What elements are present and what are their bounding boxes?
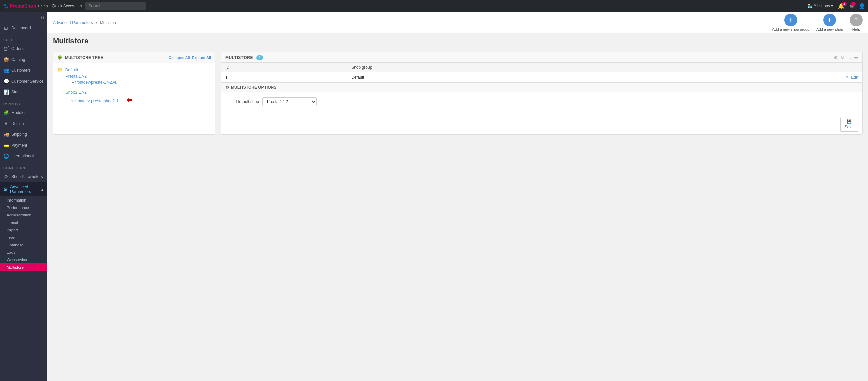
all-shops-chevron: ▾ <box>831 4 833 8</box>
brand-text: PrestaShop <box>10 3 36 9</box>
sidebar-sub-database[interactable]: Database <box>0 241 47 249</box>
user-button[interactable]: 👤 <box>859 3 865 9</box>
sidebar-orders-label: Orders <box>11 46 24 51</box>
brand-name: 🐾 PrestaShop <box>3 3 36 9</box>
breadcrumb-parent[interactable]: Advanced Parameters <box>53 20 93 25</box>
stats-icon: 📊 <box>3 89 9 95</box>
sidebar-sub-performance[interactable]: Performance <box>0 204 47 211</box>
sidebar-item-shop-parameters[interactable]: ⚙ Shop Parameters <box>0 171 47 182</box>
add-shop-group-button[interactable]: + Add a new shop group <box>772 14 809 31</box>
sidebar-item-customer-service[interactable]: 💬 Customer Service <box>0 76 47 87</box>
breadcrumb: Advanced Parameters / Multistore <box>53 20 118 25</box>
multistore-options-title: MULTISTORE OPTIONS <box>231 85 276 90</box>
page-title-bar: Multistore <box>47 33 868 49</box>
row-shop-group: Default <box>347 72 649 82</box>
add-new-shop-icon: + <box>823 14 836 26</box>
more-icon[interactable]: … <box>847 55 851 60</box>
multistore-table-container: ID Shop group 1 Default <box>221 63 862 82</box>
tree-link-group2[interactable]: Shop2 17-2 <box>66 90 87 95</box>
sidebar-item-advanced-parameters[interactable]: ⚙ Advanced Parameters ▲ <box>0 182 47 196</box>
panel-header-icons: ⚙ ↻ … ☰ <box>834 55 858 60</box>
quick-access-chevron[interactable]: ▾ <box>80 4 82 8</box>
sidebar-shipping-label: Shipping <box>11 132 27 137</box>
add-new-shop-button[interactable]: + Add a new shop <box>816 14 843 31</box>
sidebar-dashboard-label: Dashboard <box>11 26 31 30</box>
sidebar-item-international[interactable]: 🌐 International <box>0 151 47 162</box>
quick-access-link[interactable]: Quick Access <box>52 4 76 8</box>
shipping-icon: 🚚 <box>3 132 9 137</box>
sidebar-section-sell: SELL <box>0 34 47 43</box>
notifications-button[interactable]: 🔔 4 <box>838 3 845 9</box>
expand-all-button[interactable]: Expand All <box>192 56 211 60</box>
sidebar-collapse-button[interactable]: ⟨⟨ <box>0 12 47 23</box>
red-arrow-annotation: ⬅ <box>127 96 132 104</box>
save-button[interactable]: 💾 Save <box>840 117 858 132</box>
multistore-options-body: Default shop Presta 17-2 <box>221 92 862 114</box>
sidebar-item-stats[interactable]: 📊 Stats <box>0 87 47 98</box>
list-icon[interactable]: ☰ <box>854 55 858 60</box>
table-header-row: ID Shop group <box>221 63 862 72</box>
sidebar-section-configure: CONFIGURE <box>0 162 47 171</box>
sidebar-item-catalog[interactable]: 📦 Catalog <box>0 54 47 65</box>
customers-icon: 👥 <box>3 68 9 73</box>
sidebar-sub-logs[interactable]: Logs <box>0 249 47 256</box>
tree-link-shop1[interactable]: frontdev-preste-17-2.vi... <box>75 80 120 85</box>
sidebar-item-orders[interactable]: 🛒 Orders <box>0 43 47 54</box>
tree-link-default[interactable]: Default <box>65 68 78 72</box>
tree-level-2b: » frontdev-preste-shop2-1... ⬅ <box>62 95 211 105</box>
dashboard-icon: ⊞ <box>3 25 9 31</box>
sidebar-payment-label: Payment <box>11 143 27 148</box>
sidebar-international-label: International <box>11 154 34 158</box>
tree-item-shop1: » frontdev-preste-17-2.vi... <box>71 79 211 86</box>
sidebar-sub-email[interactable]: E-mail <box>0 219 47 226</box>
tree-icon: 🌳 <box>57 55 62 60</box>
international-icon: 🌐 <box>3 153 9 159</box>
catalog-icon: 📦 <box>3 57 9 62</box>
multistore-tree-title: MULTISTORE TREE <box>65 55 103 60</box>
sidebar: ⟨⟨ ⊞ Dashboard SELL 🛒 Orders 📦 Catalog 👥… <box>0 12 47 381</box>
col-id: ID <box>221 63 347 72</box>
tree-link-shop2[interactable]: frontdev-preste-shop2-1... <box>75 99 122 103</box>
tree-group2-prefix: » <box>62 90 66 95</box>
default-shop-row: Default shop Presta 17-2 <box>225 97 858 106</box>
sidebar-item-dashboard[interactable]: ⊞ Dashboard <box>0 23 47 34</box>
sidebar-sub-team[interactable]: Team <box>0 234 47 241</box>
multistore-tree-header: 🌳 MULTISTORE TREE Collapse All Expand Al… <box>53 52 215 63</box>
help-button[interactable]: ? Help <box>850 14 863 31</box>
collapse-all-button[interactable]: Collapse All <box>169 56 190 60</box>
sidebar-sub-administration[interactable]: Administration <box>0 211 47 219</box>
sidebar-sub-information[interactable]: Information <box>0 196 47 204</box>
panel-row: 🌳 MULTISTORE TREE Collapse All Expand Al… <box>53 52 863 135</box>
default-shop-select[interactable]: Presta 17-2 <box>262 97 317 106</box>
refresh-icon[interactable]: ↻ <box>841 55 844 60</box>
col-actions <box>649 63 862 72</box>
sidebar-item-payment[interactable]: 💳 Payment <box>0 140 47 151</box>
sidebar-catalog-label: Catalog <box>11 57 25 62</box>
sidebar-customer-service-label: Customer Service <box>11 79 43 84</box>
edit-button[interactable]: ✎ Edit <box>846 75 858 80</box>
save-btn-container: 💾 Save <box>221 114 862 134</box>
brand-logo-area: 🐾 PrestaShop 1.7.7.8 <box>3 3 48 9</box>
tree-level-2a: » frontdev-preste-17-2.vi... <box>62 79 211 86</box>
tree-item-group2: » Shop2 17-2 » frontdev-preste-shop2-1..… <box>62 89 211 106</box>
sidebar-item-shipping[interactable]: 🚚 Shipping <box>0 129 47 140</box>
sidebar-item-modules[interactable]: 🧩 Modules <box>0 107 47 118</box>
sidebar-sub-import[interactable]: Import <box>0 226 47 234</box>
sidebar-advanced-parameters-label: Advanced Parameters <box>10 185 38 194</box>
sidebar-sub-multistore[interactable]: Multistore <box>0 263 47 271</box>
search-input[interactable] <box>85 2 146 10</box>
sidebar-design-label: Design <box>11 121 24 126</box>
notifications-badge: 4 <box>842 2 847 6</box>
help-icon: ? <box>850 14 863 26</box>
sidebar-item-customers[interactable]: 👥 Customers <box>0 65 47 76</box>
tree-link-group1[interactable]: Presta 17-2 <box>66 74 87 79</box>
sidebar-sub-webservice[interactable]: Webservice <box>0 256 47 263</box>
settings-icon[interactable]: ⚙ <box>834 55 838 60</box>
messages-button[interactable]: ✉ 2 <box>849 3 854 9</box>
top-nav-right: 🏪 All shops ▾ 🔔 4 ✉ 2 👤 <box>807 3 865 9</box>
tree-list: 📁 Default » Presta 17-2 » <box>57 66 211 107</box>
sidebar-item-design[interactable]: 🖥 Design <box>0 118 47 129</box>
all-shops-selector[interactable]: 🏪 All shops ▾ <box>807 4 833 8</box>
save-label: Save <box>845 125 854 129</box>
table-row: 1 Default ✎ Edit <box>221 72 862 82</box>
